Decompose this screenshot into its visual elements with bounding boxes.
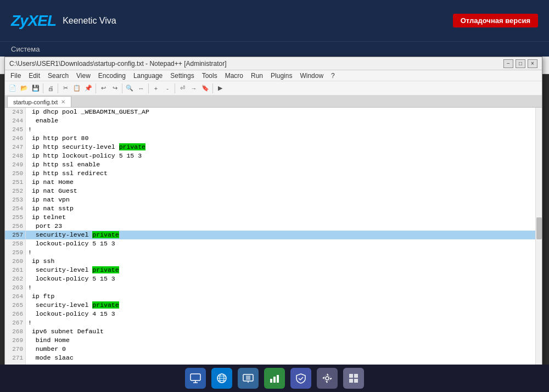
svg-rect-0 xyxy=(191,374,200,380)
menu-file[interactable]: File xyxy=(7,70,24,81)
code-line: ! xyxy=(26,248,542,257)
toolbar: 📄 📂 💾 🖨 ✂ 📋 📌 ↩ ↪ 🔍 ↔ + - ⏎ → 🔖 ▶ xyxy=(5,81,542,96)
minimize-button[interactable]: − xyxy=(503,59,513,68)
file-tab-label: startup-config.txt xyxy=(13,99,58,105)
code-line: ip ftp xyxy=(26,292,542,301)
code-line: security-level private xyxy=(26,231,542,239)
tb-undo[interactable]: ↩ xyxy=(98,83,109,94)
menu-language[interactable]: Language xyxy=(130,70,166,81)
tb-wrap[interactable]: ⏎ xyxy=(177,83,188,94)
tb-copy[interactable]: 📋 xyxy=(71,83,82,94)
code-line: ip http lockout-policy 5 15 3 xyxy=(26,152,542,160)
tb-zoom-out[interactable]: - xyxy=(162,83,173,94)
menu-settings[interactable]: Settings xyxy=(167,70,197,81)
line-number: 257 xyxy=(5,231,25,239)
window-title: C:\Users\USER1\Downloads\startup-config.… xyxy=(9,60,227,68)
menu-edit[interactable]: Edit xyxy=(25,70,43,81)
tb-print[interactable]: 🖨 xyxy=(45,83,56,94)
tb-bookmark[interactable]: 🔖 xyxy=(200,83,211,94)
close-button[interactable]: × xyxy=(528,59,537,68)
line-number: 253 xyxy=(5,195,25,204)
window-titlebar: C:\Users\USER1\Downloads\startup-config.… xyxy=(5,57,542,70)
tb-find[interactable]: 🔍 xyxy=(124,83,135,94)
code-line: security-level private xyxy=(26,301,542,310)
line-number: 268 xyxy=(5,327,25,336)
svg-rect-9 xyxy=(246,376,250,380)
line-number: 260 xyxy=(5,257,25,266)
svg-rect-19 xyxy=(354,379,358,383)
maximize-button[interactable]: □ xyxy=(516,59,525,68)
tb-cut[interactable]: ✂ xyxy=(60,83,71,94)
taskbar-chart-icon[interactable] xyxy=(264,368,285,389)
tb-zoom-in[interactable]: + xyxy=(150,83,161,94)
line-number: 246 xyxy=(5,134,25,143)
code-area[interactable]: ip dhcp pool _WEBADMIN_GUEST_AP enable! … xyxy=(26,108,542,368)
code-line: ip http port 80 xyxy=(26,134,542,143)
line-number: 264 xyxy=(5,292,25,301)
taskbar-screen-icon[interactable] xyxy=(238,368,259,389)
code-line: ip http ssl enable xyxy=(26,160,542,169)
line-number: 259 xyxy=(5,248,25,257)
menu-plugins[interactable]: Plugins xyxy=(267,70,295,81)
taskbar-grid-icon[interactable] xyxy=(343,368,364,389)
line-number: 254 xyxy=(5,204,25,213)
code-line: mode slaac xyxy=(26,354,542,362)
line-number: 245 xyxy=(5,125,25,134)
window-controls: − □ × xyxy=(503,59,537,68)
menu-view[interactable]: View xyxy=(73,70,94,81)
menu-macro[interactable]: Macro xyxy=(222,70,247,81)
code-line: enable xyxy=(26,116,542,125)
line-number: 261 xyxy=(5,266,25,275)
tb-new[interactable]: 📄 xyxy=(7,83,18,94)
code-line: lockout-policy 4 15 3 xyxy=(26,310,542,318)
line-number: 269 xyxy=(5,336,25,345)
file-tab-startup[interactable]: startup-config.txt ✕ xyxy=(7,96,71,107)
taskbar-globe-icon[interactable] xyxy=(211,368,232,389)
line-number: 255 xyxy=(5,213,25,222)
taskbar xyxy=(0,365,549,392)
code-line: number 0 xyxy=(26,345,542,354)
taskbar-gear-icon[interactable] xyxy=(317,368,338,389)
menu-run[interactable]: Run xyxy=(248,70,266,81)
line-numbers: 2432442452462472482492502512522532542552… xyxy=(5,108,26,368)
svg-rect-12 xyxy=(273,377,276,383)
code-line: ip nat Home xyxy=(26,178,542,187)
file-tab-close[interactable]: ✕ xyxy=(61,99,65,105)
svg-point-15 xyxy=(324,375,330,382)
svg-rect-18 xyxy=(349,379,353,383)
tb-save[interactable]: 💾 xyxy=(30,83,41,94)
taskbar-shield-icon[interactable] xyxy=(290,368,311,389)
vertical-scrollbar[interactable] xyxy=(535,108,542,368)
tb-run[interactable]: ▶ xyxy=(215,83,226,94)
menu-bar: File Edit Search View Encoding Language … xyxy=(5,70,542,81)
code-line: ! xyxy=(26,283,542,292)
scroll-thumb[interactable] xyxy=(536,217,542,239)
tb-paste[interactable]: 📌 xyxy=(83,83,94,94)
code-line: ip dhcp pool _WEBADMIN_GUEST_AP xyxy=(26,108,542,116)
tb-redo[interactable]: ↪ xyxy=(109,83,120,94)
tb-sep4 xyxy=(122,83,122,93)
tb-sep5 xyxy=(148,83,149,93)
menu-window[interactable]: Window xyxy=(296,70,327,81)
model-name: Keenetic Viva xyxy=(63,16,116,26)
menu-search[interactable]: Search xyxy=(44,70,72,81)
tb-replace[interactable]: ↔ xyxy=(136,83,147,94)
line-number: 267 xyxy=(5,318,25,327)
tb-open[interactable]: 📂 xyxy=(19,83,30,94)
svg-rect-11 xyxy=(270,379,272,383)
taskbar-monitor-icon[interactable] xyxy=(185,368,206,389)
svg-rect-17 xyxy=(354,374,358,378)
menu-help[interactable]: ? xyxy=(328,70,338,81)
code-line: ip nat Guest xyxy=(26,187,542,195)
code-line: ip nat sstp xyxy=(26,204,542,213)
menu-encoding[interactable]: Encoding xyxy=(95,70,129,81)
line-number: 252 xyxy=(5,187,25,195)
tb-indent[interactable]: → xyxy=(188,83,199,94)
system-label: Система xyxy=(11,45,40,53)
line-number: 265 xyxy=(5,301,25,310)
line-number: 250 xyxy=(5,169,25,178)
svg-rect-16 xyxy=(349,374,353,378)
code-line: lockout-policy 5 15 3 xyxy=(26,275,542,283)
code-line: security-level private xyxy=(26,266,542,275)
menu-tools[interactable]: Tools xyxy=(199,70,221,81)
